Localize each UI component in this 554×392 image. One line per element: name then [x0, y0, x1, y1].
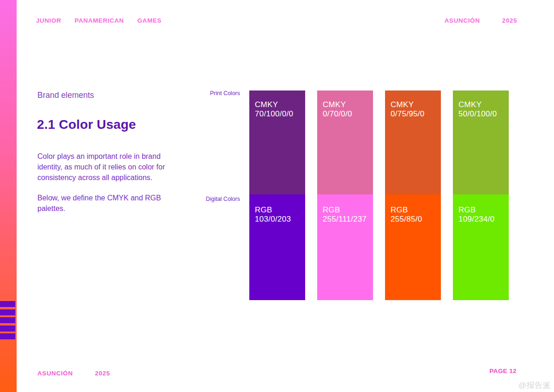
brand-guidelines-page: JUNIOR PANAMERICAN GAMES ASUNCIÓN 2025 B… — [0, 0, 554, 392]
print-color-swatch: CMKY 0/75/95/0 — [385, 90, 441, 194]
header-event-title: JUNIOR PANAMERICAN GAMES — [36, 17, 162, 24]
print-colors-label: Print Colors — [152, 90, 240, 96]
header-word-games: GAMES — [137, 17, 162, 24]
header-host-year: ASUNCIÓN 2025 — [445, 17, 517, 24]
body-paragraph-1: Color plays an important role in brand i… — [37, 151, 184, 183]
section-eyebrow: Brand elements — [37, 90, 94, 100]
digital-swatch-value: 109/234/0 — [458, 215, 503, 224]
watermark-text: @报告派 — [518, 380, 551, 391]
page-title: 2.1 Color Usage — [37, 117, 136, 132]
sidebar-gradient-strip — [0, 0, 17, 392]
footer-host-year: ASUNCIÓN 2025 — [37, 370, 110, 377]
color-swatch-grid: CMKY 70/100/0/0 RGB 103/0/203 CMKY 0/70/… — [249, 90, 509, 300]
sidebar-stripe — [0, 309, 15, 315]
print-swatch-value: 0/70/0/0 — [323, 109, 367, 119]
print-color-swatch: CMKY 50/0/100/0 — [453, 90, 509, 194]
sidebar-stripe — [0, 317, 15, 323]
color-swatch-column-pink: CMKY 0/70/0/0 RGB 255/111/237 — [317, 90, 373, 300]
digital-color-swatch: RGB 103/0/203 — [249, 194, 305, 300]
sidebar-stripe — [0, 333, 15, 339]
page-number: PAGE 12 — [489, 368, 517, 374]
print-swatch-model-label: CMKY — [255, 100, 300, 109]
digital-swatch-value: 103/0/203 — [255, 215, 300, 224]
print-color-swatch: CMKY 70/100/0/0 — [249, 90, 305, 194]
color-swatch-column-orange: CMKY 0/75/95/0 RGB 255/85/0 — [385, 90, 441, 300]
color-swatch-column-green: CMKY 50/0/100/0 RGB 109/234/0 — [453, 90, 509, 300]
sidebar-stripe — [0, 326, 15, 332]
footer-word-asuncion: ASUNCIÓN — [37, 370, 73, 377]
print-color-swatch: CMKY 0/70/0/0 — [317, 90, 373, 194]
header-word-asuncion: ASUNCIÓN — [445, 17, 480, 24]
digital-swatch-model-label: RGB — [391, 205, 435, 215]
sidebar-stripe — [0, 301, 15, 307]
footer-word-2025: 2025 — [95, 370, 110, 377]
print-swatch-model-label: CMKY — [323, 100, 367, 109]
header-word-panamerican: PANAMERICAN — [75, 17, 124, 24]
header-word-junior: JUNIOR — [36, 17, 61, 24]
print-swatch-value: 0/75/95/0 — [391, 109, 435, 119]
digital-swatch-value: 255/111/237 — [323, 215, 367, 224]
digital-color-swatch: RGB 255/85/0 — [385, 194, 441, 300]
print-swatch-model-label: CMKY — [391, 100, 435, 109]
header-word-2025: 2025 — [502, 17, 517, 24]
digital-swatch-model-label: RGB — [323, 205, 367, 215]
print-swatch-model-label: CMKY — [458, 100, 503, 109]
color-swatch-column-purple: CMKY 70/100/0/0 RGB 103/0/203 — [249, 90, 305, 300]
digital-colors-label: Digital Colors — [152, 196, 240, 202]
digital-swatch-model-label: RGB — [458, 205, 503, 215]
digital-color-swatch: RGB 255/111/237 — [317, 194, 373, 300]
print-swatch-value: 50/0/100/0 — [458, 109, 503, 119]
digital-color-swatch: RGB 109/234/0 — [453, 194, 509, 300]
digital-swatch-value: 255/85/0 — [391, 215, 435, 224]
digital-swatch-model-label: RGB — [255, 205, 300, 215]
print-swatch-value: 70/100/0/0 — [255, 109, 300, 119]
